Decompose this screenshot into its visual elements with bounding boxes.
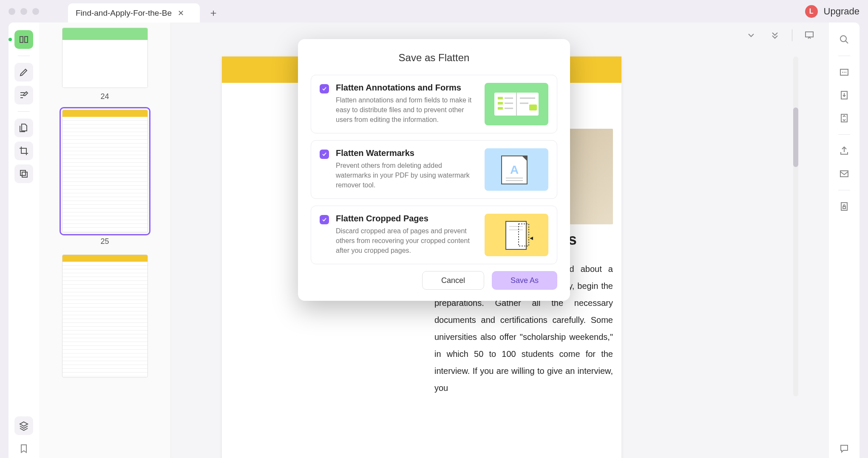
svg-rect-1	[22, 172, 27, 177]
divider	[792, 29, 792, 41]
crop-button[interactable]	[14, 141, 33, 160]
option-title: Flatten Annotations and Forms	[336, 83, 478, 93]
checkbox[interactable]	[320, 150, 329, 159]
tab-title: Find-and-Apply-For-the-Be	[76, 8, 172, 18]
doc-watermark-icon: A	[493, 153, 540, 187]
ocr-button[interactable]	[835, 63, 854, 82]
doc-crop-icon	[493, 218, 540, 252]
minimize-window-button[interactable]	[20, 8, 27, 15]
pages-icon	[19, 123, 29, 133]
organize-pages-button[interactable]	[14, 119, 33, 137]
ocr-icon	[839, 67, 849, 77]
save-flatten-dialog: Save as Flatten Flatten Annotations and …	[298, 39, 570, 301]
svg-point-3	[840, 36, 846, 42]
compress-button[interactable]	[835, 109, 854, 127]
divider	[838, 190, 850, 190]
option-flatten-annotations[interactable]: Flatten Annotations and Forms Flatten an…	[311, 75, 557, 133]
thumbnail-page[interactable]	[62, 28, 148, 88]
option-flatten-cropped[interactable]: Flatten Cropped Pages Discard cropped ar…	[311, 206, 557, 264]
titlebar: Find-and-Apply-For-the-Be ✕ ＋ L Upgrade	[0, 0, 868, 23]
option-title: Flatten Cropped Pages	[336, 214, 478, 223]
share-button[interactable]	[835, 141, 854, 160]
thumbnail-item[interactable]: 25	[39, 110, 170, 246]
redact-button[interactable]	[14, 164, 33, 183]
email-button[interactable]	[835, 164, 854, 183]
window-controls	[9, 8, 39, 15]
presentation-icon	[804, 30, 814, 40]
dialog-actions: Cancel Save As	[311, 271, 557, 290]
comments-button[interactable]	[835, 439, 854, 458]
check-icon	[321, 151, 327, 157]
vertical-scrollbar[interactable]	[793, 57, 798, 396]
check-icon	[321, 217, 327, 223]
double-chevron-down-icon	[770, 30, 780, 40]
svg-rect-26	[506, 221, 526, 249]
convert-icon	[839, 90, 849, 100]
thumbnail-item[interactable]	[39, 254, 170, 378]
option-title: Flatten Watermarks	[336, 148, 478, 158]
share-icon	[839, 146, 849, 156]
bookmark-icon	[19, 444, 29, 454]
convert-button[interactable]	[835, 86, 854, 105]
checkbox[interactable]	[320, 84, 329, 93]
illustration-crop	[485, 214, 548, 256]
edit-text-button[interactable]	[14, 86, 33, 105]
svg-rect-0	[20, 170, 26, 175]
option-desc: Prevent others from deleting added water…	[336, 161, 478, 190]
thumbnail-panel[interactable]: 24 25	[39, 23, 171, 458]
book-open-icon	[19, 34, 29, 45]
cancel-button[interactable]: Cancel	[422, 271, 484, 290]
document-tab[interactable]: Find-and-Apply-For-the-Be ✕	[68, 3, 200, 23]
divider	[838, 56, 850, 56]
upgrade-button[interactable]: Upgrade	[824, 6, 859, 17]
presentation-button[interactable]	[803, 28, 816, 42]
search-button[interactable]	[835, 30, 854, 49]
comment-icon	[839, 444, 849, 454]
bookmarks-button[interactable]	[14, 439, 33, 458]
right-toolbar	[829, 23, 859, 458]
active-indicator-icon	[9, 38, 12, 41]
lock-file-icon	[839, 201, 849, 212]
layers-button[interactable]	[14, 416, 33, 435]
svg-rect-9	[843, 206, 845, 209]
illustration-annotations	[485, 83, 548, 125]
page-mode-button[interactable]	[768, 28, 782, 42]
thumbnail-page[interactable]	[62, 254, 148, 378]
text-edit-icon	[19, 90, 29, 100]
svg-marker-30	[530, 237, 533, 240]
divider	[18, 56, 30, 56]
left-toolbar	[9, 23, 39, 458]
reader-mode-button[interactable]	[14, 30, 33, 49]
scroll-mode-button[interactable]	[744, 28, 758, 42]
maximize-window-button[interactable]	[32, 8, 39, 15]
save-as-button[interactable]: Save As	[492, 271, 557, 290]
svg-rect-14	[498, 102, 503, 105]
protect-button[interactable]	[835, 197, 854, 216]
svg-rect-20	[529, 105, 537, 110]
thumbnail-label: 25	[100, 237, 109, 246]
svg-text:A: A	[510, 163, 519, 176]
svg-rect-12	[498, 97, 503, 99]
layers-copy-icon	[19, 169, 29, 179]
avatar[interactable]: L	[805, 5, 818, 18]
pencil-icon	[19, 67, 29, 77]
crop-icon	[19, 146, 29, 156]
compress-icon	[839, 113, 849, 123]
close-tab-icon[interactable]: ✕	[178, 8, 184, 18]
thumbnail-item[interactable]: 24	[39, 28, 170, 101]
checkbox[interactable]	[320, 215, 329, 224]
thumbnail-label: 24	[100, 92, 109, 101]
option-flatten-watermarks[interactable]: Flatten Watermarks Prevent others from d…	[311, 140, 557, 199]
annotate-button[interactable]	[14, 63, 33, 82]
check-icon	[321, 86, 327, 92]
new-tab-button[interactable]: ＋	[208, 6, 218, 20]
thumbnail-page-selected[interactable]	[62, 110, 148, 233]
stack-icon	[19, 421, 29, 431]
search-icon	[839, 34, 849, 45]
divider	[838, 134, 850, 135]
option-desc: Discard cropped area of pages and preven…	[336, 226, 478, 256]
close-window-button[interactable]	[9, 8, 15, 15]
option-desc: Flatten annotations and form fields to m…	[336, 95, 478, 125]
svg-rect-16	[498, 107, 503, 110]
dialog-title: Save as Flatten	[311, 52, 557, 64]
